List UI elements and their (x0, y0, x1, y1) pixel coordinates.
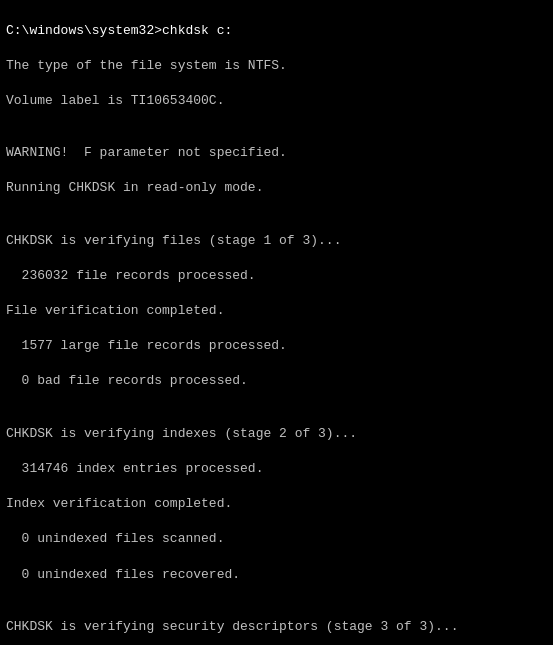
terminal-line-8: 236032 file records processed. (6, 267, 547, 285)
terminal-line-16: 0 unindexed files scanned. (6, 530, 547, 548)
terminal-window: C:\windows\system32>chkdsk c: The type o… (0, 0, 553, 645)
terminal-line-0: C:\windows\system32>chkdsk c: (6, 22, 547, 40)
terminal-line-13: CHKDSK is verifying indexes (stage 2 of … (6, 425, 547, 443)
terminal-line-7: CHKDSK is verifying files (stage 1 of 3)… (6, 232, 547, 250)
terminal-line-19: CHKDSK is verifying security descriptors… (6, 618, 547, 636)
terminal-line-17: 0 unindexed files recovered. (6, 566, 547, 584)
terminal-line-11: 0 bad file records processed. (6, 372, 547, 390)
terminal-line-10: 1577 large file records processed. (6, 337, 547, 355)
terminal-line-9: File verification completed. (6, 302, 547, 320)
terminal-line-1: The type of the file system is NTFS. (6, 57, 547, 75)
terminal-line-5: Running CHKDSK in read-only mode. (6, 179, 547, 197)
terminal-line-4: WARNING! F parameter not specified. (6, 144, 547, 162)
terminal-line-15: Index verification completed. (6, 495, 547, 513)
terminal-line-14: 314746 index entries processed. (6, 460, 547, 478)
terminal-line-2: Volume label is TI10653400C. (6, 92, 547, 110)
